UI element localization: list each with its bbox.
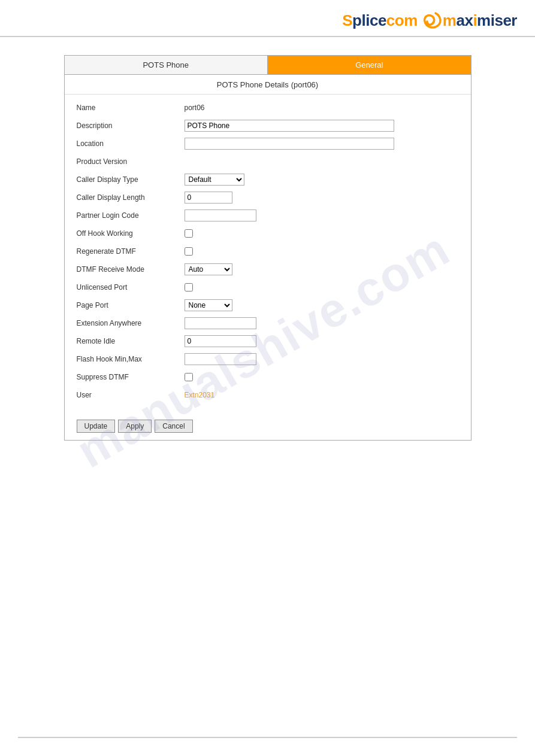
form-title: POTS Phone Details (port06) (65, 75, 471, 95)
extension-anywhere-row: Extension Anywhere (77, 316, 459, 330)
description-label: Description (77, 122, 185, 130)
logo: Splicecom maximiser (342, 11, 517, 30)
apply-button[interactable]: Apply (118, 420, 152, 433)
caller-display-type-row: Caller Display Type Default FSK DTMF (77, 172, 459, 187)
off-hook-working-label: Off Hook Working (77, 229, 185, 238)
off-hook-working-checkbox[interactable] (185, 229, 193, 238)
off-hook-working-row: Off Hook Working (77, 226, 459, 241)
flash-hook-input[interactable] (185, 353, 256, 365)
partner-login-code-row: Partner Login Code (77, 208, 459, 223)
suppress-dtmf-label: Suppress DTMF (77, 373, 185, 381)
user-link[interactable]: Extn2031 (185, 391, 215, 399)
logo-max-text: maximiser (443, 11, 517, 30)
form-container: POTS Phone General POTS Phone Details (p… (64, 55, 471, 441)
page-port-label: Page Port (77, 301, 185, 309)
main-content: POTS Phone General POTS Phone Details (p… (0, 37, 535, 453)
logo-splice-text: Splicecom (342, 11, 418, 30)
extension-anywhere-input[interactable] (185, 317, 256, 329)
flash-hook-row: Flash Hook Min,Max (77, 352, 459, 366)
tab-pots-phone[interactable]: POTS Phone (65, 56, 268, 75)
product-version-label: Product Version (77, 157, 185, 166)
unlicensed-port-row: Unlicensed Port (77, 280, 459, 294)
product-version-row: Product Version (77, 154, 459, 169)
name-row: Name port06 (77, 101, 459, 115)
name-label: Name (77, 104, 185, 112)
dtmf-receive-mode-select[interactable]: Auto RFC2833 Inband (185, 263, 232, 275)
suppress-dtmf-checkbox[interactable] (185, 373, 193, 381)
description-row: Description (77, 119, 459, 133)
page-port-row: Page Port None (77, 298, 459, 312)
user-label: User (77, 391, 185, 399)
suppress-dtmf-row: Suppress DTMF (77, 370, 459, 384)
user-row: User Extn2031 (77, 388, 459, 402)
location-row: Location (77, 136, 459, 151)
form-body: Name port06 Description Location Product… (65, 95, 471, 415)
form-buttons: Update Apply Cancel (65, 415, 471, 440)
caller-display-length-input[interactable] (185, 192, 232, 204)
name-value: port06 (185, 104, 205, 112)
page-port-select[interactable]: None (185, 299, 232, 311)
footer-line (18, 737, 517, 738)
caller-display-type-label: Caller Display Type (77, 175, 185, 184)
unlicensed-port-checkbox[interactable] (185, 283, 193, 292)
update-button[interactable]: Update (77, 420, 116, 433)
caller-display-length-label: Caller Display Length (77, 193, 185, 202)
location-label: Location (77, 139, 185, 148)
partner-login-code-label: Partner Login Code (77, 211, 185, 220)
caller-display-length-row: Caller Display Length (77, 190, 459, 205)
partner-login-code-input[interactable] (185, 210, 256, 221)
flash-hook-label: Flash Hook Min,Max (77, 355, 185, 363)
header: Splicecom maximiser (0, 0, 535, 37)
regenerate-dtmf-label: Regenerate DTMF (77, 247, 185, 256)
tabs: POTS Phone General (65, 56, 471, 75)
unlicensed-port-label: Unlicensed Port (77, 283, 185, 292)
extension-anywhere-label: Extension Anywhere (77, 319, 185, 327)
dtmf-receive-mode-label: DTMF Receive Mode (77, 265, 185, 274)
remote-idle-label: Remote Idle (77, 337, 185, 345)
regenerate-dtmf-row: Regenerate DTMF (77, 244, 459, 259)
cancel-button[interactable]: Cancel (155, 420, 192, 433)
remote-idle-input[interactable] (185, 335, 256, 347)
location-input[interactable] (185, 138, 394, 150)
tab-general[interactable]: General (268, 56, 471, 75)
caller-display-type-select[interactable]: Default FSK DTMF (185, 174, 244, 186)
regenerate-dtmf-checkbox[interactable] (185, 247, 193, 256)
logo-swirl-icon (419, 12, 442, 31)
dtmf-receive-mode-row: DTMF Receive Mode Auto RFC2833 Inband (77, 262, 459, 277)
remote-idle-row: Remote Idle (77, 334, 459, 348)
description-input[interactable] (185, 120, 394, 132)
